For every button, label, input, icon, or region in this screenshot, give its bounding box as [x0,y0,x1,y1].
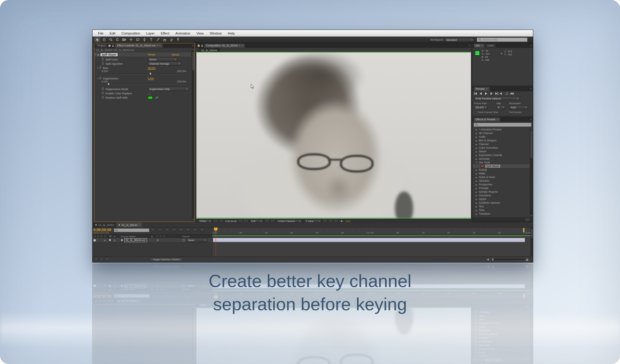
twirl-closed-icon[interactable]: ▶ [475,202,478,204]
source-name-column-header[interactable]: Source Name [121,235,136,238]
tab-audio[interactable]: Audio [485,44,496,48]
zoom-tool[interactable] [108,37,114,42]
search-help-box[interactable] [477,38,527,42]
panel-menu-icon[interactable]: ≡ [469,44,471,47]
timeline-tab-02-3c-00244[interactable]: 02_3c_00244 × [116,223,142,227]
full-screen-checkbox[interactable] [505,111,508,114]
graph-editor-icon[interactable] [200,228,204,232]
ram-preview-options-dropdown[interactable]: RAM Preview Options ▾ [474,96,520,100]
reset-button[interactable]: Reset [148,53,155,56]
scrollbar-thumb[interactable] [192,52,194,70]
effect-controls-scrollbar[interactable]: ▲ ▼ [192,48,195,220]
list-item-spill-slayer[interactable]: Spill Slayer [473,164,530,168]
video-eye-icon[interactable] [93,239,96,242]
suppression-slider-thumb[interactable] [108,83,110,86]
tab-effects-presets[interactable]: Effects & Presets × [474,118,500,122]
scroll-down-icon[interactable]: ▼ [192,218,195,220]
twirl-closed-icon[interactable]: ▶ [475,169,478,171]
frame-blend-icon[interactable] [172,228,176,232]
list-item[interactable]: ▶Blur & Sharpen [473,139,530,142]
list-item[interactable]: ▶Sample Plug-ins [473,190,530,194]
timeline-ruler[interactable]: 0:00f 05f 10f 15f 20f 25f 0:01:00f 05f 1… [212,228,531,234]
twirl-closed-icon[interactable]: ▶ [475,154,478,156]
list-item[interactable]: ▶3D Channel [473,131,530,135]
twirl-closed-icon[interactable]: ▶ [475,129,478,131]
twirl-closed-icon[interactable]: ▶ [475,132,478,134]
clone-stamp-tool[interactable] [162,37,167,42]
effects-search-input[interactable] [479,123,530,126]
from-current-time-checkbox[interactable] [474,111,476,114]
first-frame-button[interactable] [474,92,477,95]
list-item[interactable]: ▼JAe Tools [473,161,530,164]
close-icon[interactable]: × [241,44,243,47]
stopwatch-icon[interactable] [102,96,104,99]
stopwatch-icon[interactable] [102,58,104,60]
auto-keyframe-icon[interactable] [193,228,197,232]
parent-pickwhip-icon[interactable] [182,239,185,242]
brainstorm-icon[interactable] [186,228,190,232]
twirl-closed-icon[interactable]: ▶ [475,140,478,142]
twirl-closed-icon[interactable]: ▶ [475,213,478,215]
bias-slider-thumb[interactable] [149,72,151,75]
pen-tool[interactable] [141,37,147,42]
expand-layer-switches-icon[interactable] [94,258,98,261]
shape-tool[interactable] [135,37,140,42]
close-icon[interactable]: × [486,88,487,90]
panel-menu-icon[interactable]: ≡ [530,118,533,121]
menu-window[interactable]: Window [207,31,225,35]
list-item[interactable]: ▶Text [473,205,530,208]
composition-viewer[interactable] [196,53,471,219]
puppet-pin-tool[interactable] [175,37,181,42]
timeline-zoom-slider[interactable] [491,259,524,260]
selection-tool[interactable] [94,37,100,42]
twirl-closed-icon[interactable]: ▶ [475,147,478,149]
preview-resolution-dropdown[interactable]: Auto ▾ [509,105,528,109]
stopwatch-icon[interactable] [102,63,104,65]
list-item[interactable]: ▶Color Correction [473,146,530,150]
layer-duration-bar[interactable] [213,238,525,242]
parent-dropdown[interactable]: None ▾ [187,238,207,242]
enable-color-replace-checkbox[interactable]: ✓ [148,92,151,95]
effect-name[interactable]: Spill Slayer [100,53,118,56]
layer-row[interactable]: ▶ 1 02_3c_00244.exr fx None ▾ [93,238,212,242]
stopwatch-icon[interactable] [99,77,101,79]
close-icon[interactable]: × [481,44,483,47]
twirl-closed-icon[interactable]: ▶ [475,184,478,186]
close-icon[interactable]: × [139,224,140,226]
motion-blur-icon[interactable] [179,228,183,232]
timeline-timecode[interactable]: 0;00;00;00 [93,228,111,232]
menu-help[interactable]: Help [225,31,238,35]
scrollbar-thumb[interactable] [531,131,532,158]
twirl-closed-icon[interactable]: ▶ [475,209,478,211]
twirl-closed-icon[interactable]: ▶ [475,180,478,182]
bias-value[interactable]: 50.0% [148,67,156,70]
brush-tool[interactable] [155,37,161,42]
replace-spill-color-swatch[interactable] [148,96,153,99]
timeline-scrollbar[interactable] [531,228,533,256]
audio-button[interactable] [500,92,503,95]
scrollbar-thumb[interactable] [531,229,533,238]
twirl-closed-icon[interactable]: ▶ [475,191,478,193]
list-item[interactable]: ▶Stylize [473,197,530,201]
new-folder-icon[interactable] [526,218,529,221]
toggle-switches-modes-button[interactable]: Toggle Switches / Modes [150,257,183,261]
pan-behind-tool[interactable] [128,37,134,42]
scroll-down-icon[interactable]: ▼ [530,215,533,217]
comp-mini-flowchart-icon[interactable] [151,228,155,232]
menu-animation[interactable]: Animation [172,31,193,35]
list-item[interactable]: ▶Perspective [473,183,530,186]
twirl-closed-icon[interactable]: ▶ [475,195,478,197]
twirl-closed-icon[interactable]: ▶ [475,176,478,178]
hand-tool[interactable] [101,37,107,42]
eraser-tool[interactable] [168,37,174,42]
tab-preview[interactable]: Preview × [474,87,490,91]
play-button[interactable] [484,92,488,95]
timeline-tab-04-3k-00062[interactable]: 04_3k_00062 [93,223,116,227]
expand-transfer-controls-icon[interactable] [100,258,104,261]
about-button[interactable]: About... [172,53,181,56]
close-icon[interactable]: × [497,118,498,121]
panel-menu-icon[interactable]: ≡ [530,88,533,90]
list-item[interactable]: ▶Time [473,208,530,212]
menu-view[interactable]: View [193,31,207,35]
list-item[interactable]: ▶Transition [473,212,530,216]
